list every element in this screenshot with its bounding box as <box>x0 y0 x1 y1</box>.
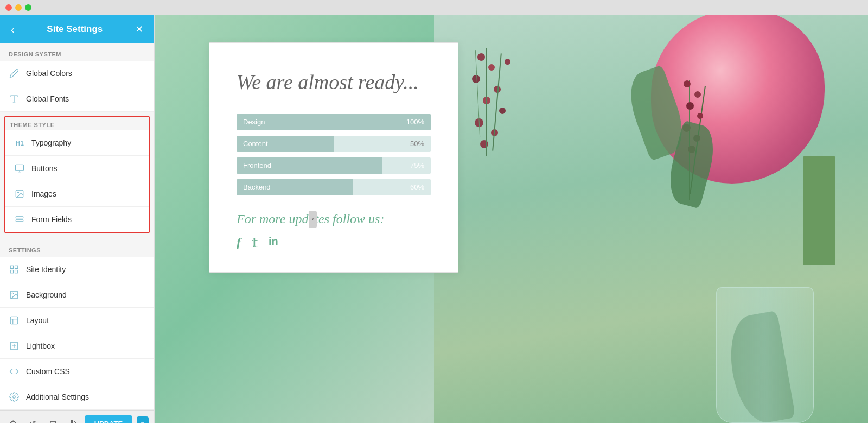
progress-label-design: Design <box>243 118 265 126</box>
svg-point-14 <box>13 396 16 399</box>
update-dropdown-button[interactable]: ▼ <box>137 416 149 424</box>
svg-rect-7 <box>15 266 18 268</box>
h1-icon: H1 <box>14 137 25 148</box>
svg-rect-8 <box>10 270 13 273</box>
settings-label: SETTINGS <box>0 239 154 257</box>
facebook-icon[interactable]: f <box>237 235 241 250</box>
sidebar-close-button[interactable]: ✕ <box>133 21 145 37</box>
responsive-button[interactable]: ⊡ <box>45 415 60 423</box>
main-canvas: We are almost ready... Design 100% <box>155 15 868 423</box>
image-icon <box>14 188 25 199</box>
settings-gear-button[interactable]: ⚙ <box>5 415 21 423</box>
progress-value-backend: 60% <box>410 183 424 191</box>
type-icon <box>9 93 20 104</box>
progress-label-frontend: Frontend <box>243 161 271 169</box>
close-window-button[interactable] <box>5 4 12 11</box>
progress-item-content: Content 50% <box>237 136 431 152</box>
buttons-label: Buttons <box>31 164 57 173</box>
app-body: ‹ Site Settings ✕ DESIGN SYSTEM Global C… <box>0 15 868 423</box>
theme-style-label: THEME STYLE <box>5 117 149 130</box>
progress-value-design: 100% <box>406 118 424 126</box>
sidebar-item-global-colors[interactable]: Global Colors <box>0 61 154 86</box>
typography-label: Typography <box>31 138 71 147</box>
sidebar-item-images[interactable]: Images <box>5 181 149 207</box>
progress-item-frontend: Frontend 75% <box>237 157 431 174</box>
sidebar-item-background[interactable]: Background <box>0 282 154 308</box>
sidebar-item-additional-settings[interactable]: Additional Settings <box>0 384 154 410</box>
progress-label-backend: Backend <box>243 183 271 191</box>
lightbox-icon <box>9 340 20 351</box>
design-system-section: DESIGN SYSTEM Global Colors Global Fonts <box>0 43 154 112</box>
background-label: Background <box>26 291 67 299</box>
progress-section: Design 100% Content 50% <box>237 114 431 195</box>
progress-item-design: Design 100% <box>237 114 431 130</box>
sidebar-item-layout[interactable]: Layout <box>0 308 154 333</box>
progress-value-content: 50% <box>410 140 424 148</box>
preview-headline: We are almost ready... <box>237 70 431 95</box>
sidebar-item-custom-css[interactable]: Custom CSS <box>0 359 154 384</box>
settings-section: SETTINGS Site Identity Background Layout <box>0 239 154 410</box>
layout-icon <box>9 315 20 326</box>
sidebar-item-site-identity[interactable]: Site Identity <box>0 257 154 282</box>
sidebar-item-buttons[interactable]: Buttons <box>5 156 149 181</box>
background-icon <box>9 289 20 300</box>
sidebar-title: Site Settings <box>47 24 103 35</box>
site-identity-label: Site Identity <box>26 265 66 274</box>
titlebar <box>0 0 868 15</box>
svg-rect-5 <box>16 220 23 222</box>
linkedin-icon[interactable]: in <box>269 235 278 250</box>
lightbox-label: Lightbox <box>26 342 55 350</box>
maximize-window-button[interactable] <box>25 4 31 11</box>
sidebar-item-global-fonts[interactable]: Global Fonts <box>0 86 154 112</box>
progress-label-content: Content <box>243 140 268 148</box>
images-label: Images <box>31 190 56 198</box>
svg-text:H1: H1 <box>16 140 24 147</box>
theme-style-section: THEME STYLE H1 Typography Buttons Images <box>4 116 150 233</box>
layout-label: Layout <box>26 316 49 325</box>
preview-button[interactable]: 👁 <box>65 415 80 423</box>
settings-icon <box>9 392 20 402</box>
svg-rect-9 <box>15 270 18 273</box>
progress-item-backend: Backend 60% <box>237 179 431 195</box>
svg-point-11 <box>12 293 13 294</box>
twitter-icon[interactable]: 𝕥 <box>252 235 258 250</box>
svg-rect-6 <box>10 266 13 268</box>
sidebar-toolbar: ⚙ ↺ ⊡ 👁 UPDATE ▼ <box>0 410 154 423</box>
history-button[interactable]: ↺ <box>25 415 40 423</box>
back-button[interactable]: ‹ <box>9 21 17 38</box>
social-icons: f 𝕥 in <box>237 235 431 250</box>
additional-settings-label: Additional Settings <box>26 393 89 401</box>
preview-card: We are almost ready... Design 100% <box>209 42 458 273</box>
grid-icon <box>9 264 20 275</box>
floral-background <box>434 15 868 423</box>
svg-rect-12 <box>10 317 18 324</box>
follow-text: For more updates follow us: <box>237 212 431 226</box>
form-icon <box>14 214 25 225</box>
svg-rect-1 <box>16 165 24 171</box>
svg-rect-4 <box>16 217 23 218</box>
update-button[interactable]: UPDATE <box>85 415 132 424</box>
design-system-label: DESIGN SYSTEM <box>0 43 154 61</box>
sidebar-header: ‹ Site Settings ✕ <box>0 15 154 43</box>
sidebar-item-form-fields[interactable]: Form Fields <box>5 207 149 232</box>
global-colors-label: Global Colors <box>26 69 72 78</box>
form-fields-label: Form Fields <box>31 215 72 224</box>
custom-css-label: Custom CSS <box>26 367 70 376</box>
sidebar-collapse-button[interactable]: ‹ <box>309 211 317 228</box>
pen-icon <box>9 68 20 79</box>
sidebar-item-typography[interactable]: H1 Typography <box>5 130 149 156</box>
monitor-icon <box>14 163 25 174</box>
sidebar: ‹ Site Settings ✕ DESIGN SYSTEM Global C… <box>0 15 155 423</box>
minimize-window-button[interactable] <box>15 4 22 11</box>
progress-value-frontend: 75% <box>410 161 424 169</box>
svg-point-3 <box>17 192 18 193</box>
sidebar-item-lightbox[interactable]: Lightbox <box>0 333 154 359</box>
global-fonts-label: Global Fonts <box>26 94 69 103</box>
css-icon <box>9 366 20 377</box>
